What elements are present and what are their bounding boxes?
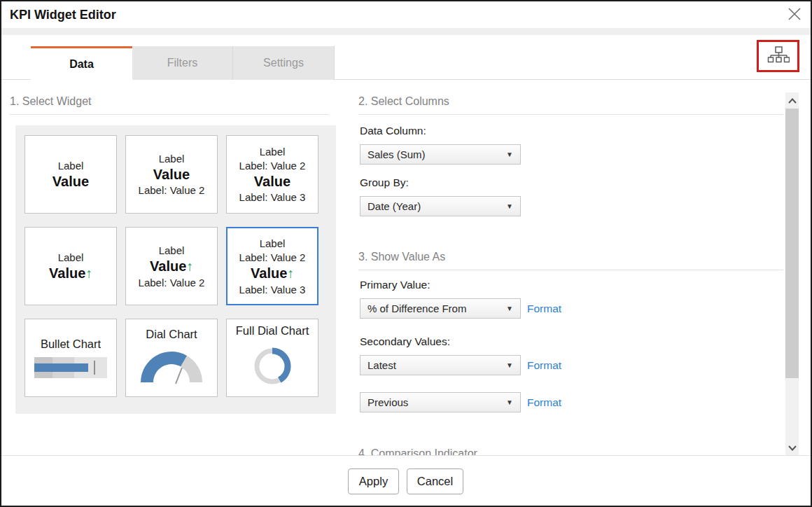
footer: Apply Cancel xyxy=(1,456,811,506)
up-arrow-icon: ↑ xyxy=(85,266,92,281)
chevron-down-icon xyxy=(788,441,797,454)
chevron-down-icon: ▼ xyxy=(506,305,513,312)
select-columns-heading: 2. Select Columns xyxy=(358,95,783,115)
tile-label-value[interactable]: Label Value xyxy=(24,135,117,214)
tile-label-value-2values[interactable]: Label Value Label: Value 2 xyxy=(125,135,218,214)
scrollbar-thumb[interactable] xyxy=(785,109,799,378)
scrollbar-down-button[interactable] xyxy=(785,440,799,455)
select-widget-heading: 1. Select Widget xyxy=(10,95,329,115)
tile-label-text: Label xyxy=(260,237,286,249)
bullet-chart-icon xyxy=(34,357,107,378)
tile-value-text: Value↑ xyxy=(150,258,193,275)
primary-value-label: Primary Value: xyxy=(360,279,430,291)
dialog-title: KPI Widget Editor xyxy=(10,8,116,22)
show-value-as-heading: 3. Show Value As xyxy=(358,251,783,270)
sitemap-icon xyxy=(767,46,790,67)
up-arrow-icon: ↑ xyxy=(186,259,193,274)
primary-value-dropdown[interactable]: % of Difference From ▼ xyxy=(360,298,521,319)
up-arrow-icon: ↑ xyxy=(287,266,294,281)
tile-full-dial-chart[interactable]: Full Dial Chart xyxy=(226,319,318,397)
tab-settings-label: Settings xyxy=(263,57,304,69)
secondary-value-2-dropdown[interactable]: Previous ▼ xyxy=(360,392,521,412)
tile-sub-text: Label: Value 2 xyxy=(139,184,205,196)
chevron-down-icon: ▼ xyxy=(506,398,513,406)
title-bar: KPI Widget Editor xyxy=(1,1,811,28)
secondary-value-2: Previous xyxy=(368,396,408,408)
chevron-down-icon: ▼ xyxy=(506,361,513,369)
apply-button[interactable]: Apply xyxy=(348,468,399,494)
dial-gauge-icon xyxy=(136,347,206,389)
tile-label-text: Label xyxy=(58,251,84,263)
secondary-values-label: Secondary Values: xyxy=(360,335,450,348)
title-divider xyxy=(1,28,811,35)
tile-label-text: Label xyxy=(58,160,84,172)
tile-bullet-chart[interactable]: Bullet Chart xyxy=(24,319,117,397)
tile-value-text: Value xyxy=(153,167,190,182)
secondary-value-1-dropdown[interactable]: Latest ▼ xyxy=(360,355,521,375)
tile-sub-text: Label: Value 3 xyxy=(239,284,306,296)
vertical-scrollbar xyxy=(785,92,799,455)
tab-filters[interactable]: Filters xyxy=(132,46,233,80)
tile-value-text: Value xyxy=(254,174,290,189)
hierarchy-button-highlighted[interactable] xyxy=(757,40,799,72)
secondary-value-1: Latest xyxy=(368,359,396,371)
tile-value-text: Value↑ xyxy=(251,265,294,282)
tile-label-value-indicator[interactable]: Label Value↑ xyxy=(24,227,117,305)
tile-sub-text: Label: Value 3 xyxy=(239,191,306,203)
tab-filters-label: Filters xyxy=(167,57,198,69)
primary-format-link[interactable]: Format xyxy=(527,303,561,315)
comparison-indicator-heading-clipped: 4. Comparison Indicator xyxy=(358,447,783,455)
close-button[interactable] xyxy=(785,6,804,25)
group-by-label: Group By: xyxy=(360,176,409,189)
tile-chart-title: Full Dial Chart xyxy=(236,324,309,338)
group-by-dropdown[interactable]: Date (Year) ▼ xyxy=(360,196,521,216)
secondary-format-link-1[interactable]: Format xyxy=(527,359,561,372)
chevron-up-icon xyxy=(788,94,797,106)
tile-dial-chart[interactable]: Dial Chart xyxy=(125,319,218,397)
widget-tile-panel: Label Value Label Value Label: Value 2 L… xyxy=(15,125,336,414)
tile-3values-indicator-selected[interactable]: Label Label: Value 2 Value↑ Label: Value… xyxy=(226,227,318,305)
data-column-dropdown[interactable]: Sales (Sum) ▼ xyxy=(360,144,521,165)
tile-chart-title: Bullet Chart xyxy=(41,338,101,351)
tile-2values-indicator[interactable]: Label Value↑ Label: Value 2 xyxy=(125,227,218,305)
secondary-format-link-2[interactable]: Format xyxy=(527,396,561,409)
chevron-down-icon: ▼ xyxy=(506,202,513,210)
chevron-down-icon: ▼ xyxy=(506,151,513,158)
tile-label-text: Label xyxy=(159,153,185,165)
primary-value-value: % of Difference From xyxy=(368,303,466,314)
tab-bar: Data Filters Settings xyxy=(1,46,811,80)
cancel-button[interactable]: Cancel xyxy=(407,468,463,494)
tile-label-value-3values[interactable]: Label Label: Value 2 Value Label: Value … xyxy=(226,135,318,214)
tile-value-text: Value xyxy=(52,174,89,189)
tab-data-label: Data xyxy=(69,58,94,71)
data-column-label: Data Column: xyxy=(360,125,426,137)
tab-settings[interactable]: Settings xyxy=(233,46,335,80)
tile-label-text: Label xyxy=(159,244,185,256)
group-by-value: Date (Year) xyxy=(368,200,421,212)
data-column-value: Sales (Sum) xyxy=(368,148,426,160)
donut-gauge-icon xyxy=(250,344,295,391)
tile-sub-text: Label: Value 2 xyxy=(139,277,205,289)
tile-sub-text: Label: Value 2 xyxy=(239,160,306,172)
tile-chart-title: Dial Chart xyxy=(146,328,197,341)
close-icon xyxy=(787,6,802,25)
tile-sub-text: Label: Value 2 xyxy=(239,251,306,263)
tab-data[interactable]: Data xyxy=(31,46,132,81)
scrollbar-up-button[interactable] xyxy=(785,92,799,108)
tile-label-text: Label xyxy=(260,146,286,158)
tile-value-text: Value↑ xyxy=(49,265,92,282)
kpi-widget-editor-dialog: KPI Widget Editor Data Filters Settings xyxy=(0,0,812,507)
